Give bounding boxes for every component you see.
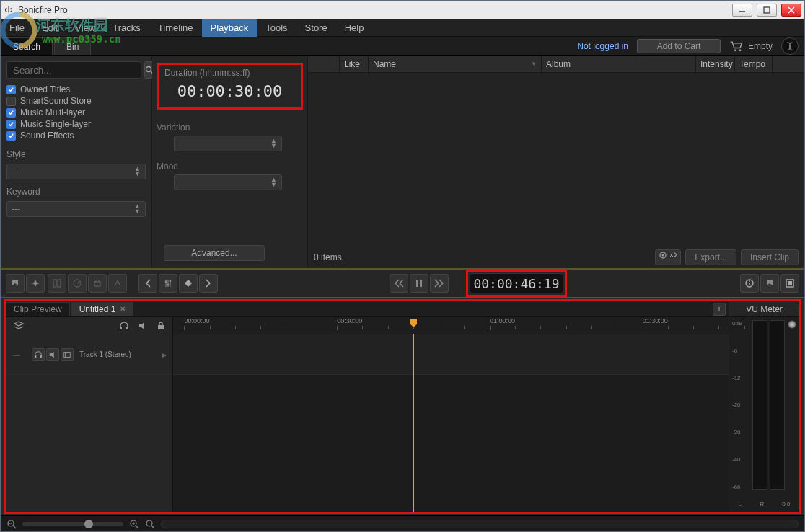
playhead-line[interactable] xyxy=(413,334,414,512)
login-link[interactable]: Not logged in xyxy=(577,41,628,51)
export-button[interactable]: Export... xyxy=(685,249,736,265)
filter-checkbox[interactable]: Sound Effects xyxy=(6,130,146,141)
lock-icon[interactable] xyxy=(157,321,165,331)
zoom-reset-icon[interactable] xyxy=(145,519,155,529)
menu-timeline[interactable]: Timeline xyxy=(149,19,202,37)
step-back-button[interactable] xyxy=(138,274,157,293)
checkbox-icon xyxy=(6,97,16,106)
timeline-tab[interactable]: Untitled 1✕ xyxy=(71,302,134,316)
search-input[interactable] xyxy=(6,61,141,79)
add-tab-button[interactable]: + xyxy=(713,303,726,316)
marker-button[interactable] xyxy=(6,274,25,293)
playhead-marker[interactable] xyxy=(410,319,417,327)
timecode-value[interactable]: 00:00:46:19 xyxy=(470,273,563,293)
zoom-slider[interactable] xyxy=(22,522,123,526)
track-headphones-icon[interactable] xyxy=(32,348,45,361)
track-lane[interactable] xyxy=(173,334,729,375)
vu-label: -20 xyxy=(732,402,742,408)
zoom-in-icon[interactable] xyxy=(129,519,139,529)
tool-a-button[interactable] xyxy=(48,274,66,293)
favorite-button[interactable] xyxy=(760,274,779,293)
insert-clip-button[interactable]: Insert Clip xyxy=(741,249,799,265)
mood-select[interactable]: ▲▼ xyxy=(174,174,282,190)
style-label: Style xyxy=(6,149,146,159)
tab-bin[interactable]: Bin xyxy=(54,37,91,55)
menu-store[interactable]: Store xyxy=(296,19,336,37)
track-speaker-icon[interactable] xyxy=(46,348,59,361)
step-fwd-button[interactable] xyxy=(199,274,218,293)
svg-line-13 xyxy=(77,282,79,283)
checkbox-icon xyxy=(6,120,16,129)
variation-select[interactable]: ▲▼ xyxy=(174,136,282,151)
track-row[interactable]: ⸺ Track 1 (Stereo) ▸ xyxy=(6,334,172,375)
fast-fwd-button[interactable] xyxy=(430,274,449,293)
vu-label: -12 xyxy=(732,375,742,381)
tool-d-button[interactable] xyxy=(108,274,127,293)
menu-tracks[interactable]: Tracks xyxy=(104,19,149,37)
vu-foot-label: L xyxy=(739,501,742,507)
mixer-button[interactable] xyxy=(159,274,177,293)
ruler-tick: 00:00:00 xyxy=(184,317,209,334)
headphones-icon[interactable] xyxy=(119,321,129,331)
info-button[interactable] xyxy=(740,274,759,293)
maximize-button[interactable] xyxy=(757,4,777,17)
svg-rect-29 xyxy=(126,327,128,329)
pause-button[interactable] xyxy=(410,274,428,293)
vu-knob[interactable] xyxy=(788,320,796,329)
timeline-scrollbar[interactable] xyxy=(161,520,799,528)
track-expand-icon[interactable]: ▸ xyxy=(162,350,167,360)
view-button[interactable] xyxy=(780,274,799,293)
col-like[interactable]: Like xyxy=(340,56,369,72)
duration-value[interactable]: 00:00:30:00 xyxy=(164,82,295,100)
settings-button[interactable] xyxy=(655,249,681,265)
minimize-button[interactable] xyxy=(732,4,752,17)
col-album[interactable]: Album xyxy=(542,56,696,72)
filter-label: Sound Effects xyxy=(20,130,74,141)
vu-foot-label: R xyxy=(760,501,764,507)
svg-rect-21 xyxy=(416,280,418,287)
menu-view[interactable]: View xyxy=(66,19,104,37)
vu-label: -66 xyxy=(732,484,742,490)
menu-edit[interactable]: Edit xyxy=(33,19,66,37)
add-to-cart-button[interactable]: Add to Cart xyxy=(637,39,721,53)
brand-logo-button[interactable] xyxy=(781,37,799,55)
svg-line-37 xyxy=(13,526,16,528)
col-name[interactable]: Name▼ xyxy=(369,56,542,72)
filter-checkbox[interactable]: Music Single-layer xyxy=(6,119,146,129)
menu-playback[interactable]: Playback xyxy=(202,19,258,37)
timeline-tab[interactable]: Clip Preview xyxy=(6,302,70,316)
keyword-label: Keyword xyxy=(6,187,146,197)
rewind-button[interactable] xyxy=(390,274,408,293)
spark-button[interactable] xyxy=(26,274,45,293)
close-button[interactable] xyxy=(781,4,801,17)
menu-tools[interactable]: Tools xyxy=(257,19,296,37)
col-tempo[interactable]: Tempo xyxy=(735,56,773,72)
filter-checkbox[interactable]: Owned Titles xyxy=(6,84,146,94)
filter-checkbox[interactable]: Music Multi-layer xyxy=(6,107,146,118)
zoom-out-icon[interactable] xyxy=(6,519,17,529)
advanced-button[interactable]: Advanced... xyxy=(164,245,265,261)
sidebar: Owned TitlesSmartSound StoreMusic Multi-… xyxy=(1,56,152,268)
timeline-ruler[interactable]: 00:00:0000:30:0001:00:0001:30:00 xyxy=(173,317,729,334)
tool-b-button[interactable] xyxy=(68,274,87,293)
cart-indicator[interactable]: Empty xyxy=(729,40,773,52)
keyword-select[interactable]: ---▲▼ xyxy=(6,201,146,217)
svg-rect-31 xyxy=(35,355,37,357)
speaker-icon[interactable] xyxy=(138,321,148,331)
close-tab-icon[interactable]: ✕ xyxy=(120,302,126,316)
menu-help[interactable]: Help xyxy=(336,19,373,37)
vu-label: -30 xyxy=(732,429,742,435)
bottom-bar xyxy=(1,515,804,531)
watermark-logo xyxy=(0,12,38,49)
vu-bar-right xyxy=(770,320,785,490)
layers-icon[interactable] xyxy=(13,321,25,331)
filter-checkbox[interactable]: SmartSound Store xyxy=(6,96,146,106)
ruler-tick: 01:00:00 xyxy=(490,317,515,334)
tool-c-button[interactable] xyxy=(88,274,107,293)
track-clip-icon[interactable] xyxy=(61,348,74,361)
style-select[interactable]: ---▲▼ xyxy=(6,164,146,179)
stop-button[interactable] xyxy=(179,274,198,293)
col-intensity[interactable]: Intensity xyxy=(696,56,735,72)
results-grid[interactable] xyxy=(308,73,804,247)
drag-handle-icon[interactable]: ⸺ xyxy=(12,349,26,360)
